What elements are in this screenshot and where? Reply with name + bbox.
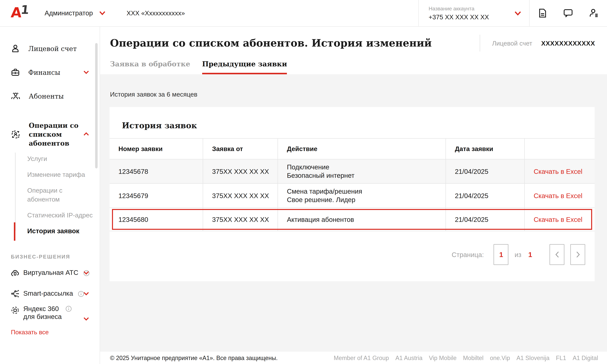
next-page-button[interactable]: [570, 244, 585, 265]
sidebar-submenu: Услуги Изменение тарифа Операции с абоне…: [0, 155, 100, 236]
request-from: 375XX XXX XX XX: [203, 184, 278, 208]
content-header: Операции со списком абонентов. История и…: [100, 27, 607, 74]
documents-icon[interactable]: [538, 8, 547, 18]
business-solutions-label: БИЗНЕС-РЕШЕНИЯ: [11, 254, 100, 260]
request-number: 12345680: [109, 208, 203, 231]
pagination-label: Страница:: [452, 251, 484, 258]
footer-link-vip-mobile[interactable]: Vip Mobile: [429, 354, 457, 361]
footer-link-a1-austria[interactable]: A1 Austria: [396, 354, 422, 361]
chevron-up-icon: [83, 132, 89, 136]
submenu-item-request-history[interactable]: История заявок: [0, 227, 94, 236]
footer-link-a1-digital[interactable]: A1 Digital: [573, 354, 598, 361]
submenu-item-static-ip[interactable]: Статический IP-адрес: [0, 211, 94, 220]
subscriber-list-icon: [11, 130, 20, 139]
app-root: А 1 Администратор ХХХ «Ххххххххххх» Назв…: [0, 0, 607, 364]
sidebar-item-virtual-pbx[interactable]: Виртуальная АТС: [0, 265, 100, 280]
footer-link-one-vip[interactable]: one.Vip: [490, 354, 510, 361]
chevron-left-icon: [555, 251, 559, 258]
footer-link-fl1[interactable]: FL1: [556, 354, 566, 361]
table-row-highlighted: 12345680 375XX XXX XX XX Активация абоне…: [109, 208, 595, 231]
sidebar-item-subscribers[interactable]: Абоненты: [0, 84, 100, 108]
profile-icon[interactable]: [589, 8, 599, 18]
sidebar-item-account[interactable]: Лицевой счет: [0, 37, 100, 60]
previous-page-button[interactable]: [550, 244, 564, 265]
info-icon[interactable]: [66, 306, 72, 312]
sidebar-item-label: Виртуальная АТС: [23, 269, 78, 277]
action-line: Подключение: [287, 163, 441, 171]
page-number-input[interactable]: 1: [494, 244, 509, 265]
request-action: Подключение Безопасный интернет: [278, 159, 446, 183]
submenu-item-tariff-change[interactable]: Изменение тарифа: [0, 170, 94, 179]
request-action: Активация абонентов: [278, 208, 446, 231]
footer-link-a1-group[interactable]: Member of A1 Group: [334, 354, 389, 361]
sidebar: Лицевой счет Финансы: [0, 27, 100, 364]
submenu-item-services[interactable]: Услуги: [0, 155, 94, 163]
chevron-down-icon: [83, 292, 89, 296]
request-number: 12345678: [109, 159, 203, 183]
yandex-360-icon: [11, 306, 19, 314]
chat-icon[interactable]: [563, 9, 573, 18]
company-name: ХХХ «Ххххххххххх»: [127, 9, 185, 17]
column-header-date: Дата заявки: [446, 139, 525, 159]
role-label: Администратор: [45, 9, 93, 17]
sidebar-item-finance[interactable]: Финансы: [0, 60, 100, 84]
top-bar: А 1 Администратор ХХХ «Ххххххххххх» Назв…: [0, 0, 607, 27]
pagination-of-label: из: [515, 251, 521, 258]
logo-digit-1: 1: [20, 4, 30, 16]
sidebar-item-label: Абоненты: [29, 92, 64, 100]
footer-links: Member of A1 Group A1 Austria Vip Mobile…: [334, 354, 598, 361]
sidebar-item-label: Лицевой счет: [28, 45, 77, 52]
divider: [480, 35, 480, 52]
request-date: 21/04/2025: [446, 208, 525, 231]
card-title: История заявок: [109, 107, 595, 130]
sidebar-item-subscriber-list-operations[interactable]: Операции со списком абонентов: [0, 121, 100, 148]
table-row: 12345679 375XX XXX XX XX Смена тарифа/ре…: [109, 184, 595, 208]
account-selector[interactable]: Название аккаунта +375 XX XXX XX XX: [418, 0, 530, 26]
sidebar-item-label: Smart-рассылка: [23, 290, 73, 298]
column-header-number: Номер заявки: [109, 139, 203, 159]
sidebar-item-yandex-360[interactable]: Яндекс 360 для бизнеса: [0, 305, 100, 321]
chevron-down-icon: [83, 70, 89, 74]
sidebar-scrollbar[interactable]: [95, 43, 98, 168]
person-icon: [11, 44, 20, 53]
account-texts: Название аккаунта +375 XX XXX XX XX: [429, 5, 489, 21]
show-all-link[interactable]: Показать все: [11, 329, 100, 336]
tab-bar: Заявка в обработке Предыдущие заявки: [110, 60, 595, 74]
page-title: Операции со списком абонентов. История и…: [110, 37, 473, 49]
footer-link-a1-slovenija[interactable]: A1 Slovenija: [516, 354, 550, 361]
request-date: 21/04/2025: [446, 184, 525, 208]
column-header-from: Заявка от: [203, 139, 278, 159]
account-label: Название аккаунта: [429, 5, 489, 11]
role-selector[interactable]: Администратор: [45, 9, 106, 17]
download-excel-link[interactable]: Скачать в Excel: [534, 192, 591, 199]
request-from: 375XX XXX XX XX: [203, 159, 278, 183]
sidebar-item-label: Яндекс 360 для бизнеса: [23, 305, 72, 321]
request-date: 21/04/2025: [446, 159, 525, 183]
top-icon-bar: [530, 8, 607, 18]
a1-logo[interactable]: А 1: [11, 5, 30, 22]
account-value: +375 XX XXX XX XX: [429, 13, 489, 21]
main-frame: Лицевой счет Финансы: [0, 27, 607, 364]
column-header-action: Действие: [278, 139, 446, 159]
download-excel-link[interactable]: Скачать в Excel: [534, 216, 591, 223]
request-history-card: История заявок Номер заявки Заявка от Де…: [109, 107, 595, 281]
pagination: Страница: 1 из 1: [109, 244, 585, 265]
copyright-text: © 2025 Унитарное предприятие «А1». Все п…: [110, 354, 278, 361]
footer-link-mobiltel[interactable]: Mobiltel: [463, 354, 483, 361]
table-header-row: Номер заявки Заявка от Действие Дата зая…: [109, 139, 595, 159]
tab-previous-requests[interactable]: Предыдущие заявки: [202, 60, 287, 74]
action-line: Свое решение. Лидер: [287, 196, 441, 204]
pagination-total: 1: [528, 251, 532, 259]
download-excel-link[interactable]: Скачать в Excel: [534, 168, 591, 175]
network-share-icon: [11, 290, 19, 298]
sidebar-item-smart-mailing[interactable]: Smart-рассылка: [0, 286, 100, 301]
action-line: Активация абонентов: [287, 215, 441, 224]
tab-request-in-progress[interactable]: Заявка в обработке: [110, 60, 190, 74]
sidebar-item-label: Финансы: [28, 68, 60, 76]
submenu-item-subscriber-operations[interactable]: Операции с абонентом: [0, 186, 94, 204]
label-line-1: Яндекс 360: [23, 305, 59, 312]
personal-account-value: XXXXXXXXXXXX: [541, 39, 595, 47]
personal-account-label: Лицевой счет: [492, 39, 532, 47]
table-row: 12345678 375XX XXX XX XX Подключение Без…: [109, 159, 595, 184]
content-area: Операции со списком абонентов. История и…: [100, 27, 607, 364]
